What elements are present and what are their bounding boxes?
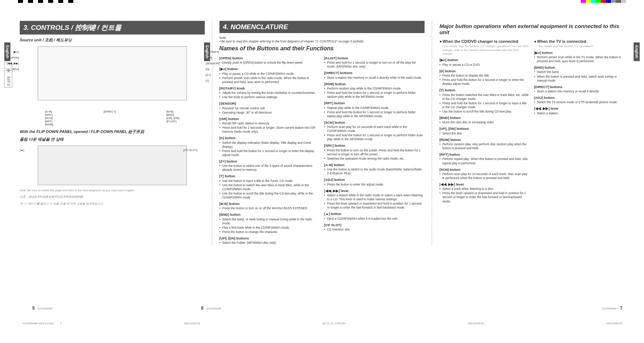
page-number-7: 7 [620, 306, 622, 311]
page-5: English 中文 한국어 3. CONTROLS / 控制键 / 컨트롤 S… [14, 21, 210, 245]
button-desc: Use the knob to perform various settings… [219, 95, 320, 99]
button-desc: Switches the operation mode among the ra… [324, 157, 425, 161]
button-desc: Press the button switches the user title… [439, 93, 529, 101]
source-unit-label: Source unit / 主机 / 헤드유닛 [20, 37, 205, 43]
button-heading: [RDM] button [439, 138, 529, 142]
button-heading: [D] button [439, 69, 529, 73]
button-desc: Select a station while in the radio mode… [324, 193, 425, 201]
label-mb: [M-B] [166, 110, 173, 113]
note-body: • Be sure to read this chapter referring… [219, 40, 425, 43]
button-desc: Select a track when listening to a disc. [439, 187, 529, 191]
color-registration [581, 0, 626, 4]
button-heading: [SCN] button [439, 168, 529, 172]
button-desc: Select a station. [534, 111, 624, 115]
page-6: English 4. NOMENCLATURE Note: • Be sure … [214, 21, 430, 245]
unfold-note-en: Note: Be sure to unfold this page and re… [20, 189, 205, 192]
button-desc: Perform random play while in the CD/MP3/… [324, 87, 425, 91]
button-desc: When the button is pressed and held, swi… [534, 75, 624, 83]
button-desc: Press the button to display the title. [439, 74, 529, 78]
page-number-6: 6 [201, 306, 204, 311]
button-desc: Adjust the volume by turning the knob cl… [219, 91, 320, 95]
button-desc: Deeply push in [OPEN] button to unlock t… [219, 61, 320, 65]
button-heading: [ROTARY] knob [219, 86, 320, 91]
button-desc: Play or pause a CD or DVD. [439, 63, 529, 67]
model-p6: DXZ556MP [207, 307, 221, 310]
button-desc: Press and hold the button for 1 second o… [219, 149, 320, 157]
button-heading: [ADJ] button [534, 96, 624, 100]
footer-page: 2 [60, 322, 61, 325]
chapter-4-heading: 4. NOMENCLATURE [219, 21, 425, 33]
button-desc: Perform preset scan while in the radio m… [219, 76, 320, 84]
button-heading: [▶ıı] button [439, 58, 529, 62]
button-heading: [SRC] button [324, 143, 425, 148]
flip-panel-label-kr: 플립 다운 패널을 연 상태 [20, 137, 205, 142]
timestamp: 04.12.16, 9:05 AM [322, 322, 346, 325]
button-desc: Press and hold the button for 1 second o… [439, 78, 529, 86]
button-desc: Use the button to switch the user titles… [219, 183, 320, 191]
button-desc: Receiver for remote control unit [219, 106, 320, 110]
control-diagram-open [38, 146, 187, 185]
diagram-labels-left: [▶ıı] [OPEN] [◀◀, ▶▶] [ADJ] [3, 49, 19, 72]
lang-tab-korean: 한국어 [4, 70, 12, 88]
page-5-footer: 5 DXZ556MP [32, 306, 52, 311]
doc-id-2: 280-8168-00 [468, 322, 484, 325]
button-desc: Store a station into memory or recall it… [324, 76, 425, 80]
label-seek: [◀◀, ▶▶] [3, 61, 19, 67]
button-heading: [RDM] button [324, 82, 425, 86]
button-desc: Press the button to enter the adjust mod… [324, 183, 425, 187]
label-open: [OPEN] [3, 55, 19, 61]
button-desc: Press the button to turn on or off the M… [219, 206, 320, 210]
button-desc: Perform repeat play. When this button is… [439, 157, 529, 165]
page-7: English Major button operations when ext… [434, 21, 630, 245]
button-desc: Switch the display indication (Main disp… [219, 141, 320, 149]
lang-tab-english: English [204, 42, 210, 61]
button-desc: Press the lever upward or downward and h… [439, 191, 529, 203]
button-desc: Press the lever upward or downward and h… [324, 202, 425, 210]
external-equipment-cols: When the CD/DVD changer is connected * F… [439, 37, 624, 204]
page-7-footer: DXZ556MP 7 [602, 306, 622, 311]
button-desc: Press and hold for 2 seconds or longer: … [219, 126, 320, 134]
model-p5: DXZ556MP [38, 307, 52, 310]
print-footer: +DXZ556MP-003-8-ENG 2 280-8168-00 04.12.… [22, 322, 622, 325]
button-heading: [SCN] button [324, 120, 425, 125]
button-desc: Use the button to input a title in the T… [219, 179, 320, 183]
button-desc: Repeat play while in the CD/MP3/WMA mode… [324, 106, 425, 110]
doc-id-1: 280-8168-00 [184, 322, 200, 325]
button-heading: [A-M] button [324, 163, 425, 167]
label-play-pause: [▶ıı] [3, 49, 19, 55]
button-desc: Store a station into memory or recall it… [534, 90, 624, 93]
major-button-heading: Major button operations when external eq… [439, 23, 624, 35]
label-rpt: [RPT] [45, 120, 52, 123]
button-desc: Switch the band, or seek tuning or manua… [219, 218, 320, 225]
flip-panel-label: With the FLIP DOWN PANEL opened / FLIP D… [20, 129, 205, 134]
label-eject: [▲] [20, 148, 24, 152]
button-heading: [ISR] button [219, 117, 320, 121]
button-heading: [BND] button [439, 116, 529, 120]
button-heading: [DIRECT] buttons [324, 71, 425, 75]
button-desc: Use the button to switch to the audio mo… [324, 168, 425, 175]
tv-items: [▶ıı] buttonPerform preset scan while in… [534, 51, 624, 115]
page-spread: English 中文 한국어 3. CONTROLS / 控制键 / 컨트롤 S… [0, 10, 644, 256]
button-desc: Press and hold the button for 1 second o… [324, 133, 425, 141]
button-heading: [SENSOR] [219, 101, 320, 106]
button-desc: Press the button to turn on the power. P… [324, 148, 425, 156]
unfold-note-cn: 注意：阅读各章时请务必展开此页并阅读前面的图。 [20, 195, 205, 199]
button-desc: Perform random play. Also perform disc r… [439, 142, 529, 150]
cd-dvd-section-head: When the CD/DVD changer is connected [439, 39, 529, 44]
unfold-note-kr: 주: 이 페이지를 펼치고 각 장을 읽을 때 전면 그림을 참조하십시오. [20, 202, 205, 206]
section-subtitle: Names of the Buttons and their Functions [219, 45, 425, 52]
button-heading: [UP], [DN] buttons [439, 127, 529, 131]
label-bnd: [BND] [166, 113, 174, 116]
button-heading: [▲] button [324, 212, 425, 216]
button-heading: [▶ıı] button [534, 51, 624, 55]
button-desc: Play a first track while in the CD/MP3/W… [219, 226, 320, 230]
label-updn: [UP], [DN] [166, 116, 179, 120]
column-tv: When the TV is connected * For details, … [534, 37, 624, 204]
button-desc: Recall ISR radio station in memory. [219, 122, 320, 125]
label-adj: [ADJ] [3, 67, 19, 72]
button-desc: Use the button to select one of the 3 ty… [219, 164, 320, 172]
button-heading: [Z+] button [219, 159, 320, 164]
button-heading: [◀◀, ▶▶] lever [534, 106, 624, 111]
cd-dvd-items: [▶ıı] buttonPlay or pause a CD or DVD.[D… [439, 58, 529, 203]
button-desc: Perform preset scan while in the TV mode… [534, 55, 624, 63]
